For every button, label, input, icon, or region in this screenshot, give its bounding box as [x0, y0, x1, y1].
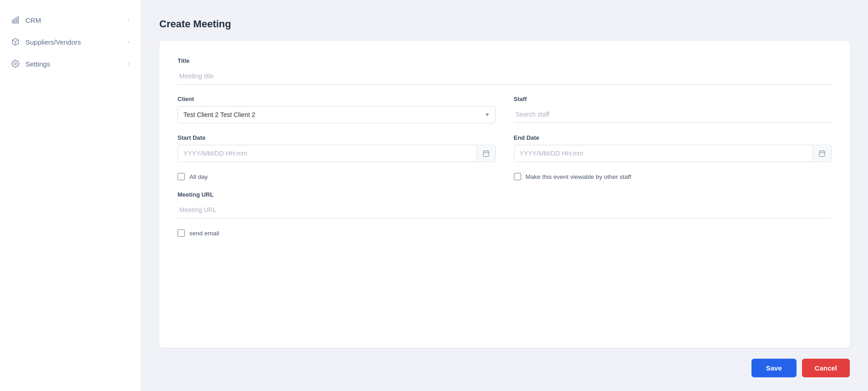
client-select-wrapper: Test Client 2 Test Client 2 ▼ [178, 106, 496, 123]
client-group: Client Test Client 2 Test Client 2 ▼ [178, 96, 496, 123]
footer-actions: Save Cancel [159, 359, 850, 377]
viewable-row: Make this event viewable by other staff [514, 173, 832, 180]
start-date-input[interactable] [178, 145, 477, 162]
checkbox-row: All day Make this event viewable by othe… [178, 173, 832, 180]
start-date-wrapper [178, 145, 496, 162]
box-icon [11, 37, 20, 46]
svg-rect-1 [15, 18, 16, 23]
main-content: Create Meeting Title Client Test Client … [141, 0, 868, 391]
end-date-group: End Date [514, 134, 832, 162]
title-label: Title [178, 57, 832, 64]
sidebar: CRM › Suppliers/Vendors › Settings [0, 0, 141, 391]
end-date-calendar-button[interactable] [812, 146, 831, 161]
gear-icon [11, 59, 20, 68]
title-group: Title [178, 57, 832, 85]
start-date-label: Start Date [178, 134, 496, 141]
chevron-right-icon: › [128, 17, 130, 23]
sidebar-item-crm[interactable]: CRM › [0, 9, 141, 31]
meeting-url-input[interactable] [178, 202, 832, 218]
svg-point-4 [15, 63, 17, 65]
end-date-input[interactable] [514, 145, 813, 162]
all-day-label: All day [189, 173, 208, 180]
calendar-icon [482, 150, 490, 157]
send-email-label: send email [189, 230, 219, 237]
chevron-right-icon-3: › [128, 61, 130, 67]
client-staff-row: Client Test Client 2 Test Client 2 ▼ Sta… [178, 96, 832, 123]
all-day-row: All day [178, 173, 496, 180]
end-date-wrapper [514, 145, 832, 162]
title-input[interactable] [178, 68, 832, 85]
viewable-checkbox[interactable] [514, 173, 521, 180]
chevron-right-icon-2: › [128, 39, 130, 45]
date-row: Start Date End Date [178, 134, 832, 162]
send-email-checkbox[interactable] [178, 229, 185, 237]
cancel-button[interactable]: Cancel [802, 359, 850, 377]
sidebar-item-crm-label: CRM [25, 16, 41, 24]
svg-rect-5 [483, 151, 489, 157]
start-date-calendar-button[interactable] [477, 146, 495, 161]
staff-group: Staff [514, 96, 832, 123]
client-label: Client [178, 96, 496, 102]
client-select[interactable]: Test Client 2 Test Client 2 [178, 106, 496, 123]
save-button[interactable]: Save [751, 359, 797, 377]
chart-icon [11, 15, 20, 25]
send-email-row: send email [178, 229, 832, 237]
all-day-checkbox[interactable] [178, 173, 185, 180]
svg-rect-2 [17, 17, 19, 23]
staff-search-wrapper [514, 106, 832, 123]
svg-rect-0 [12, 20, 14, 23]
sidebar-item-settings-label: Settings [25, 60, 50, 68]
staff-search-input[interactable] [514, 106, 832, 123]
meeting-url-label: Meeting URL [178, 191, 832, 198]
meeting-url-group: Meeting URL [178, 191, 832, 218]
viewable-label: Make this event viewable by other staff [526, 173, 631, 180]
staff-label: Staff [514, 96, 832, 102]
svg-rect-9 [819, 151, 825, 157]
sidebar-item-settings[interactable]: Settings › [0, 53, 141, 75]
start-date-group: Start Date [178, 134, 496, 162]
page-title: Create Meeting [159, 18, 850, 30]
sidebar-item-suppliers-label: Suppliers/Vendors [25, 38, 81, 46]
end-date-label: End Date [514, 134, 832, 141]
calendar-icon-2 [818, 150, 826, 157]
form-card: Title Client Test Client 2 Test Client 2… [159, 41, 850, 348]
sidebar-item-suppliers-vendors[interactable]: Suppliers/Vendors › [0, 31, 141, 53]
